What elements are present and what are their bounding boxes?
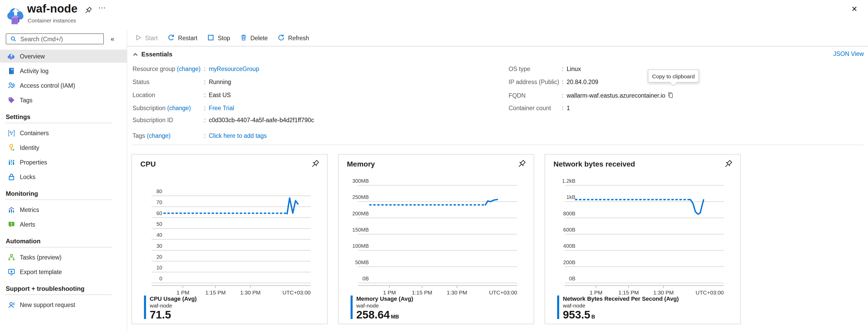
essentials-toggle[interactable]: Essentials bbox=[132, 51, 173, 58]
subscription-change-link[interactable]: (change) bbox=[167, 105, 191, 111]
sidebar-item-activity-log[interactable]: Activity log bbox=[0, 64, 127, 77]
collapse-sidebar-icon[interactable]: « bbox=[111, 35, 114, 43]
search-input[interactable] bbox=[19, 35, 103, 43]
sidebar-item-access-control-iam[interactable]: Access control (IAM) bbox=[0, 79, 127, 92]
copy-tooltip: Copy to clipboard bbox=[648, 70, 699, 82]
svg-text:UTC+03:00: UTC+03:00 bbox=[282, 289, 311, 296]
legend-current-value: 258.64MB bbox=[356, 308, 413, 323]
legend-value-unit: B bbox=[591, 314, 595, 320]
sidebar-item-overview[interactable]: Overview bbox=[0, 50, 127, 63]
legend-resource-name: waf-node bbox=[150, 302, 197, 308]
resource-menu-sidebar: « OverviewActivity logAccess control (IA… bbox=[0, 30, 127, 331]
legend-value-unit: MB bbox=[391, 314, 399, 320]
subscription-value[interactable]: Free Trial bbox=[209, 105, 234, 111]
colon: : bbox=[204, 117, 209, 123]
sidebar-item-containers[interactable]: Containers bbox=[0, 126, 127, 139]
legend-current-value: 953.5B bbox=[563, 308, 679, 323]
resource-group-value[interactable]: myResourceGroup bbox=[209, 66, 259, 72]
metric-card-cpu: CPU807060504030201001 PM1:15 PM1:30 PMUT… bbox=[131, 154, 328, 324]
legend-metric-name: CPU Usage (Avg) bbox=[150, 296, 197, 302]
field-label: FQDN bbox=[508, 92, 562, 99]
colon: : bbox=[562, 66, 566, 72]
sidebar-item-label: Overview bbox=[20, 53, 45, 59]
svg-text:150MB: 150MB bbox=[352, 227, 369, 232]
delete-button[interactable]: Delete bbox=[240, 34, 268, 42]
essentials-row-subscription: Subscription (change):Free Trial bbox=[132, 105, 234, 111]
sidebar-section-settings: Settings bbox=[0, 108, 127, 123]
copy-to-clipboard-icon[interactable] bbox=[668, 92, 674, 99]
essentials-divider bbox=[132, 145, 864, 145]
sidebar-item-export-template[interactable]: Export template bbox=[0, 265, 127, 278]
sidebar-search-row: « bbox=[0, 33, 127, 45]
metric-cards: CPU807060504030201001 PM1:15 PM1:30 PMUT… bbox=[127, 154, 868, 324]
sidebar-item-locks[interactable]: Locks bbox=[0, 170, 127, 183]
svg-text:60: 60 bbox=[156, 211, 162, 216]
json-view-link[interactable]: JSON View bbox=[833, 51, 864, 57]
sidebar-item-tasks-preview[interactable]: Tasks (preview) bbox=[0, 251, 127, 264]
essentials-title: Essentials bbox=[142, 51, 173, 58]
svg-text:1:30 PM: 1:30 PM bbox=[447, 289, 467, 296]
sidebar-item-label: Export template bbox=[20, 269, 62, 275]
field-label: Subscription ID bbox=[132, 117, 204, 123]
legend-color-bar bbox=[350, 296, 352, 319]
stop-button[interactable]: Stop bbox=[207, 34, 230, 42]
legend-metric-name: Memory Usage (Avg) bbox=[356, 296, 413, 302]
sidebar-section-divider bbox=[5, 199, 112, 200]
svg-text:70: 70 bbox=[156, 199, 162, 205]
refresh-button[interactable]: Refresh bbox=[278, 34, 309, 42]
legend-metric-name: Network Bytes Received Per Second (Avg) bbox=[563, 296, 679, 302]
legend-resource-name: waf-node bbox=[563, 302, 679, 308]
container-count-value: 1 bbox=[566, 105, 570, 111]
activity-log-icon bbox=[7, 66, 16, 75]
locks-icon bbox=[7, 172, 16, 181]
sidebar-section-divider bbox=[5, 123, 112, 123]
more-menu-icon[interactable]: … bbox=[98, 1, 106, 10]
field-label: Resource group (change) bbox=[132, 66, 204, 72]
essentials-row-fqdn: FQDN:wallarm-waf.eastus.azurecontainer.i… bbox=[508, 92, 674, 99]
sidebar-item-tags[interactable]: Tags bbox=[0, 93, 127, 107]
toolbar-button-label: Refresh bbox=[288, 35, 309, 41]
metric-card-memory: Memory300MB250MB200MB150MB100MB50MB0B1 P… bbox=[338, 154, 534, 324]
close-icon[interactable]: ✕ bbox=[851, 5, 857, 13]
svg-text:300MB: 300MB bbox=[352, 178, 369, 184]
chevron-up-icon bbox=[132, 51, 138, 57]
restart-button[interactable]: Restart bbox=[168, 34, 197, 42]
field-label: OS type bbox=[508, 66, 562, 72]
colon: : bbox=[562, 92, 566, 99]
sidebar-item-alerts[interactable]: Alerts bbox=[0, 218, 127, 231]
svg-text:10: 10 bbox=[156, 265, 162, 271]
container-instances-icon bbox=[5, 4, 26, 28]
colon: : bbox=[562, 79, 566, 85]
location-value: East US bbox=[209, 92, 230, 98]
sidebar-item-label: Activity log bbox=[20, 67, 49, 74]
field-label: IP address (Public) bbox=[508, 79, 562, 85]
metrics-icon bbox=[7, 205, 16, 214]
svg-text:50MB: 50MB bbox=[355, 259, 369, 265]
tags-value[interactable]: Click here to add tags bbox=[209, 133, 267, 139]
sidebar-item-properties[interactable]: Properties bbox=[0, 156, 127, 169]
delete-icon bbox=[240, 34, 247, 42]
sidebar-item-metrics[interactable]: Metrics bbox=[0, 203, 127, 216]
search-box[interactable] bbox=[6, 33, 104, 45]
overview-content: StartRestartStopDeleteRefresh Essentials… bbox=[127, 30, 868, 331]
tags-change-link[interactable]: (change) bbox=[147, 133, 170, 139]
sidebar-item-identity[interactable]: Identity bbox=[0, 141, 127, 154]
sidebar-item-label: Tags bbox=[20, 97, 33, 103]
svg-text:200MB: 200MB bbox=[352, 211, 369, 216]
svg-text:1:15 PM: 1:15 PM bbox=[205, 289, 226, 296]
toolbar-button-label: Restart bbox=[178, 35, 197, 41]
pin-blade-icon[interactable] bbox=[84, 6, 92, 15]
colon: : bbox=[204, 79, 209, 85]
resource-group-change-link[interactable]: (change) bbox=[177, 66, 200, 72]
essentials-row-location: Location:East US bbox=[132, 92, 231, 98]
toolbar-button-label: Start bbox=[145, 35, 158, 41]
essentials-row-container-count: Container count:1 bbox=[508, 105, 570, 111]
blade-header: waf-node Container instances … ✕ bbox=[0, 0, 868, 30]
legend-current-value: 71.5 bbox=[150, 308, 197, 321]
chart-legend: Network Bytes Received Per Second (Avg)w… bbox=[557, 296, 679, 323]
sidebar-item-label: Locks bbox=[20, 173, 35, 180]
search-icon bbox=[10, 35, 17, 42]
essentials-row-tags: Tags (change):Click here to add tags bbox=[132, 133, 267, 139]
subscription-id-value: c0d303cb-4407-4a5f-aafe-b4d2f1ff790c bbox=[209, 117, 314, 123]
sidebar-item-new-support-request[interactable]: New support request bbox=[0, 298, 127, 311]
